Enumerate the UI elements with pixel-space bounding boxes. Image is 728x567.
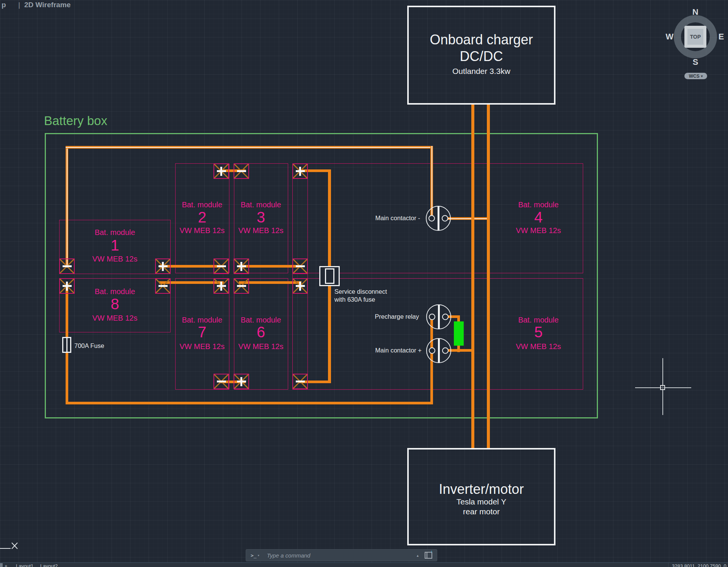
contactor-bar (438, 305, 440, 329)
fuse-700a-label[interactable]: 700A Fuse (74, 342, 104, 349)
add-layout-button[interactable]: + (5, 563, 8, 567)
service-disconnect-fuse-element (325, 268, 334, 284)
ucs-icon (0, 540, 23, 551)
module-4-number[interactable]: 4 (482, 209, 595, 226)
status-bar: + Layout1 Layout2 3283.8011, 2100.7590, … (0, 562, 728, 567)
charger-title-line1: Onboard charger (407, 32, 555, 48)
contactor-terminal (442, 348, 449, 354)
fuse-700a-symbol[interactable] (62, 337, 71, 353)
terminal-module3-top[interactable] (234, 163, 249, 179)
contactor-terminal (429, 348, 435, 354)
wire-into-main-contactor-minus[interactable] (430, 146, 433, 215)
model-tab-partial[interactable] (0, 563, 3, 567)
chevron-down-icon: ▾ (701, 74, 703, 78)
viewcube-top-face-label: TOP (687, 29, 703, 45)
contactor-terminal (429, 314, 435, 320)
cad-canvas[interactable]: p | 2D Wireframe Battery box (0, 0, 728, 567)
module-8-spec[interactable]: VW MEB 12s (58, 314, 172, 323)
contactor-bar (438, 207, 439, 230)
terminal-strip-bottom[interactable] (292, 374, 308, 389)
module-7-number[interactable]: 7 (145, 324, 259, 341)
wire-dc-bus-left[interactable] (471, 105, 474, 448)
module-1-number[interactable]: 1 (58, 237, 172, 254)
main-contactor-plus-symbol[interactable] (426, 338, 451, 363)
terminal-module2-top[interactable] (213, 163, 229, 179)
terminal-module3-bottom[interactable] (234, 258, 249, 274)
command-bar[interactable]: >_ ▾ ▴ (246, 549, 437, 561)
module-8-label[interactable]: Bat. module (58, 287, 172, 296)
contactor-terminal (428, 215, 435, 222)
module-3-number[interactable]: 3 (204, 209, 318, 226)
precharge-relay-label[interactable]: Precharge relay (343, 313, 419, 320)
service-disconnect-label-line1[interactable]: Service disconnect (334, 288, 387, 295)
precharge-resistor[interactable] (454, 321, 464, 346)
viewcube[interactable]: N S W E TOP (674, 15, 717, 58)
crosshair-vertical (662, 358, 663, 415)
wcs-dropdown[interactable]: WCS ▾ (684, 73, 707, 79)
module-3-spec[interactable]: VW MEB 12s (204, 226, 318, 235)
visual-style-control[interactable]: 2D Wireframe (24, 1, 71, 9)
fuse-element-line (66, 338, 67, 352)
service-disconnect-symbol[interactable] (319, 266, 340, 286)
coordinates-readout[interactable]: 3283.8011, 2100.7590, 0 (672, 563, 726, 567)
module-3-label[interactable]: Bat. module (204, 200, 318, 209)
terminal-strip-mid-upper[interactable] (292, 258, 308, 274)
crosshair-horizontal (635, 387, 691, 388)
contactor-terminal (442, 215, 448, 222)
service-disconnect-label-line2[interactable]: with 630A fuse (334, 296, 375, 303)
terminal-strip-top[interactable] (292, 163, 308, 179)
precharge-relay-symbol[interactable] (426, 304, 451, 329)
crosshair-pickbox (660, 385, 665, 390)
wire-negative-loop-bottom-horizontal[interactable] (66, 402, 433, 404)
status-bar-divider (668, 563, 668, 567)
wire-positive-loop-top-horizontal[interactable] (66, 146, 433, 149)
terminal-module7-top[interactable] (213, 278, 229, 294)
inverter-subtitle-line2: rear motor (407, 507, 555, 516)
module-7-spec[interactable]: VW MEB 12s (145, 342, 259, 351)
terminal-module7-bottom[interactable] (213, 374, 229, 389)
tab-layout1[interactable]: Layout1 (16, 563, 33, 567)
wcs-label: WCS (689, 74, 700, 79)
tab-layout2[interactable]: Layout2 (40, 563, 58, 567)
terminal-strip-mid-lower[interactable] (292, 278, 308, 294)
inverter-title: Inverter/motor (407, 481, 555, 497)
command-prompt-icon[interactable]: >_ (251, 553, 257, 558)
viewcube-top-face[interactable]: TOP (684, 26, 706, 48)
battery-box-label[interactable]: Battery box (44, 114, 107, 128)
viewcube-west[interactable]: W (666, 32, 674, 42)
viewcube-south[interactable]: S (693, 57, 698, 67)
inverter-subtitle-line1: Tesla model Y (407, 497, 555, 506)
contactor-bar (438, 339, 440, 362)
module-5-spec[interactable]: VW MEB 12s (482, 342, 595, 351)
main-contactor-plus-label[interactable]: Main contactor + (346, 347, 422, 354)
module-4-label[interactable]: Bat. module (482, 200, 595, 209)
command-prompt-caret-icon[interactable]: ▾ (258, 554, 259, 557)
viewport-control-separator: | (18, 1, 20, 9)
main-contactor-minus-label[interactable]: Main contactor - (344, 215, 420, 222)
terminal-module6-bottom[interactable] (234, 374, 249, 389)
viewport-control-partial[interactable]: p (2, 1, 6, 9)
command-input[interactable] (266, 552, 417, 559)
module-5-number[interactable]: 5 (482, 324, 595, 341)
wire-dc-bus-right[interactable] (487, 105, 490, 448)
command-history-toggle-icon[interactable]: ▴ (417, 553, 419, 558)
viewcube-east[interactable]: E (719, 32, 724, 42)
module-5-label[interactable]: Bat. module (482, 316, 595, 324)
charger-subtitle: Outlander 3.3kw (407, 67, 555, 76)
charger-title-line2: DC/DC (407, 49, 555, 64)
module-4-spec[interactable]: VW MEB 12s (482, 226, 595, 235)
terminal-module6-top[interactable] (234, 278, 249, 294)
module-1-spec[interactable]: VW MEB 12s (58, 255, 172, 263)
contactor-terminal (442, 314, 449, 320)
viewcube-north[interactable]: N (692, 7, 698, 17)
terminal-module2-bottom[interactable] (213, 258, 229, 274)
main-contactor-minus-symbol[interactable] (426, 206, 451, 231)
module-8-number[interactable]: 8 (58, 296, 172, 313)
command-customize-icon[interactable] (425, 552, 432, 559)
